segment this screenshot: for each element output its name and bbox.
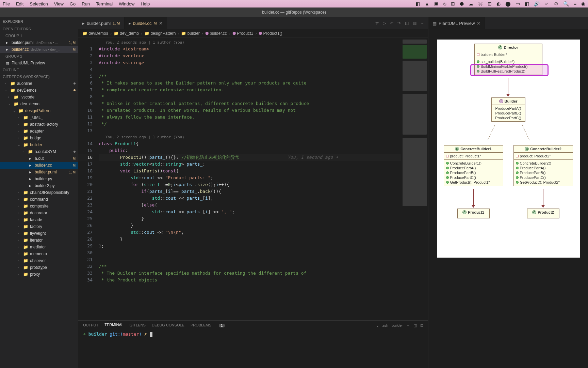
open-editors-label[interactable]: OPEN EDITORS — [0, 26, 78, 32]
tray-icon[interactable]: ◧ — [525, 1, 529, 6]
tree-item-chainofresponsibility[interactable]: ›📁chainOfResponsibility — [0, 189, 78, 196]
close-icon[interactable]: ✕ — [477, 21, 480, 26]
breadcrumb-item[interactable]: 📁 designPattern — [144, 31, 176, 36]
new-terminal-icon[interactable]: ＋ — [406, 323, 410, 328]
breadcrumb-item[interactable]: 📁 devDemos — [82, 31, 108, 36]
tray-icon[interactable]: ▣ — [434, 1, 439, 6]
tray-icon[interactable]: ▭ — [516, 1, 520, 6]
tree-item-builder-cc[interactable]: ▸builder.ccM — [0, 162, 78, 169]
tree-item-observer[interactable]: ›📁observer — [0, 257, 78, 264]
breadcrumb-item[interactable]: 📁 builder — [181, 31, 199, 36]
tray-icon[interactable]: ⬤ — [505, 1, 511, 6]
tree-item--vscode[interactable]: ›📁.vscode — [0, 94, 78, 101]
tree-item-builder-py[interactable]: ▸builder.py — [0, 175, 78, 182]
tray-icon[interactable]: ⬢ — [460, 1, 464, 6]
panel-tab-terminal[interactable]: TERMINAL — [104, 323, 124, 328]
menu-edit[interactable]: Edit — [16, 1, 23, 6]
tree-item--uml-[interactable]: ›📁_UML_ — [0, 114, 78, 121]
code-editor[interactable]: 1234567891011121314151617181920212223242… — [78, 37, 428, 320]
panel-tab-debug-console[interactable]: DEBUG CONSOLE — [152, 323, 184, 328]
tree-item-flyweight[interactable]: ›📁flyweight — [0, 230, 78, 237]
minimap[interactable] — [401, 37, 428, 320]
workspace-label[interactable]: GITREPOS (WORKSPACE) — [0, 73, 78, 80]
tree-item-facade[interactable]: ›📁facade — [0, 216, 78, 223]
tab-builder-puml[interactable]: ▸builder.puml 1, M — [78, 17, 125, 29]
tray-icon[interactable]: ⚙ — [554, 1, 558, 6]
tree-item-builder[interactable]: ⌄📁builder — [0, 141, 78, 148]
open-editor-item[interactable]: ▤PlantUML Preview — [0, 60, 78, 66]
tree-item-designpattern[interactable]: ⌄📁designPattern — [0, 107, 78, 114]
tree-item-adapter[interactable]: ›📁adapter — [0, 128, 78, 135]
compare-icon[interactable]: ⇄ — [375, 21, 379, 26]
tray-icon[interactable]: ᯤ — [544, 1, 549, 6]
panel-tab-gitlens[interactable]: GITLENS — [130, 323, 146, 328]
terminal-body[interactable]: ➜ builder git:(master) ✗ — [78, 330, 428, 368]
tree-item-proxy[interactable]: ›📁proxy — [0, 271, 78, 278]
tray-icon[interactable]: ≡ — [574, 1, 576, 6]
tray-icon[interactable]: ◧ — [415, 1, 420, 6]
tree-item-dev-demo[interactable]: ⌄📁dev_demo — [0, 101, 78, 107]
tray-icon[interactable]: 🔍 — [563, 1, 569, 6]
breadcrumb-item[interactable]: ⬢ Product1 — [232, 31, 253, 36]
terminal-shell-icon[interactable]: ⌄ — [376, 323, 379, 328]
tree-item-a-out[interactable]: ▸a.outM — [0, 155, 78, 162]
tree-item-mediator[interactable]: ›📁mediator — [0, 244, 78, 250]
tree-item-composite[interactable]: ›📁composite — [0, 203, 78, 210]
tree-item-memento[interactable]: ›📁memento — [0, 250, 78, 257]
split-terminal-icon[interactable]: ◫ — [413, 323, 417, 328]
tray-icon[interactable]: ◐ — [496, 1, 501, 6]
menu-window[interactable]: Window — [119, 1, 134, 6]
tree-item-builder2-py[interactable]: ▸builder2.py — [0, 182, 78, 189]
breadcrumb[interactable]: 📁 devDemos›📁 dev_demo›📁 designPattern›📁 … — [78, 29, 428, 37]
panel-tab-output[interactable]: OUTPUT — [83, 323, 98, 328]
menu-file[interactable]: File — [3, 1, 10, 6]
tree-item-builder-puml[interactable]: ▸builder.puml1, M — [0, 169, 78, 175]
tray-icon[interactable]: ☁ — [469, 1, 473, 6]
outline-label[interactable]: OUTLINE — [0, 66, 78, 73]
tab-builder-cc[interactable]: ▸builder.cc M✕ — [125, 17, 167, 29]
panel-tab-problems[interactable]: PROBLEMS — [191, 323, 211, 328]
tray-icon[interactable]: ⊞ — [451, 1, 455, 6]
run-icon[interactable]: ▷ — [383, 21, 386, 26]
menu-view[interactable]: View — [54, 1, 64, 6]
close-icon[interactable]: ✕ — [159, 21, 163, 26]
preview-body[interactable]: CDirector builder: Builder* set_builder(… — [428, 29, 588, 368]
tray-icon[interactable]: 🔊 — [534, 1, 540, 6]
open-editor-item[interactable]: ▸builder.puml devDemos • ...1, M — [0, 39, 78, 46]
tree-item-abstractfactory[interactable]: ›📁abstractFactory — [0, 121, 78, 128]
breadcrumb-item[interactable]: 📁 dev_demo — [114, 31, 139, 36]
tray-icon[interactable]: ⎋ — [443, 1, 446, 6]
tree-item-prototype[interactable]: ›📁prototype — [0, 264, 78, 271]
tree-item-a-out-dsym[interactable]: ›📁a.out.dSYM — [0, 148, 78, 155]
undo-icon[interactable]: ↶ — [390, 21, 393, 26]
redo-icon[interactable]: ↷ — [397, 21, 401, 26]
breadcrumb-item[interactable]: ⬢ builder.cc — [205, 31, 227, 36]
tray-icon[interactable]: ⌘ — [478, 1, 483, 6]
more-icon[interactable]: ⋯ — [421, 21, 425, 26]
tree-item-decorator[interactable]: ›📁decorator — [0, 210, 78, 216]
uml-product2: CProduct2 — [527, 209, 559, 218]
menu-terminal[interactable]: Terminal — [96, 1, 113, 6]
menu-run[interactable]: Run — [82, 1, 90, 6]
terminal-shell-label[interactable]: zsh - builder — [382, 323, 403, 327]
menu-help[interactable]: Help — [141, 1, 150, 6]
tray-icon[interactable]: ▲ — [425, 1, 429, 6]
more-icon[interactable]: ⋯ — [72, 19, 76, 24]
tree-item-factory[interactable]: ›📁factory — [0, 223, 78, 230]
tab-plantuml-preview[interactable]: ▤ PlantUML Preview ✕ — [428, 17, 485, 29]
open-editor-item[interactable]: ▸builder.cc devDemos • dev_...M — [0, 46, 78, 53]
menu-go[interactable]: Go — [70, 1, 76, 6]
split-icon[interactable]: ◫ — [405, 21, 409, 26]
breadcrumb-item[interactable]: ⬢ Product1() — [259, 31, 282, 36]
tree-item-devdemos[interactable]: ⌄📁devDemos — [0, 87, 78, 94]
tree-item-bridge[interactable]: ›📁bridge — [0, 135, 78, 141]
maximize-icon[interactable]: ⊡ — [420, 323, 423, 328]
tree-item-command[interactable]: ›📁command — [0, 196, 78, 203]
explorer-header[interactable]: EXPLORER⋯ — [0, 17, 78, 26]
tray-icon[interactable]: ⊡ — [488, 1, 492, 6]
tray-icon[interactable]: ◉ — [581, 1, 585, 6]
menu-selection[interactable]: Selection — [30, 1, 48, 6]
tree-item-ai-online[interactable]: ›📁ai.online — [0, 80, 78, 87]
layout-icon[interactable]: ▥ — [413, 21, 416, 26]
tree-item-iterator[interactable]: ›📁iterator — [0, 237, 78, 244]
